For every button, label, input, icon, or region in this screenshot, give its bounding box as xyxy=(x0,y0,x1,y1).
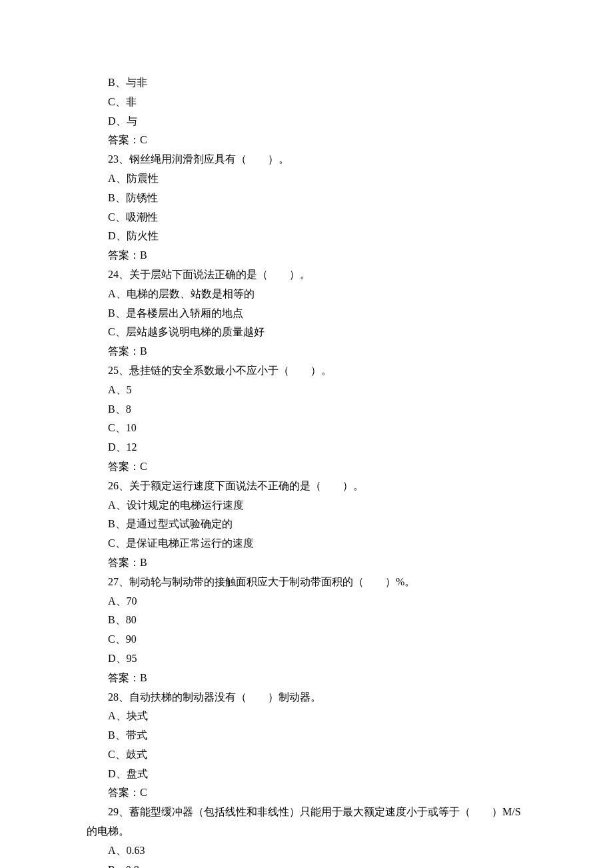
question-line: 24、关于层站下面说法正确的是（ ）。 xyxy=(87,265,526,285)
text-line: B、是各楼层出入轿厢的地点 xyxy=(87,304,526,323)
text-line: B、与非 xyxy=(87,73,526,93)
question-line: 28、自动扶梯的制动器没有（ ）制动器。 xyxy=(87,688,526,707)
document-page: B、与非 C、非 D、与 答案：C 23、钢丝绳用润滑剂应具有（ ）。 A、防震… xyxy=(0,0,613,868)
text-line: B、防锈性 xyxy=(87,189,526,208)
text-line: B、80 xyxy=(87,611,526,630)
question-line: 25、悬挂链的安全系数最小不应小于（ ）。 xyxy=(87,361,526,381)
question-line: 29、蓄能型缓冲器（包括线性和非线性）只能用于最大额定速度小于或等于（ ）M/S xyxy=(87,803,526,822)
question-line-cont: 的电梯。 xyxy=(87,822,526,841)
text-line: C、90 xyxy=(87,630,526,649)
answer-line: 答案：C xyxy=(87,131,526,150)
text-line: A、70 xyxy=(87,592,526,611)
text-line: B、带式 xyxy=(87,726,526,745)
text-line: D、95 xyxy=(87,649,526,669)
text-line: C、吸潮性 xyxy=(87,208,526,227)
text-line: A、块式 xyxy=(87,707,526,726)
answer-line: 答案：C xyxy=(87,457,526,477)
text-line: C、层站越多说明电梯的质量越好 xyxy=(87,323,526,342)
answer-line: 答案：B xyxy=(87,342,526,361)
text-line: B、0.8 xyxy=(87,861,526,868)
answer-line: 答案：C xyxy=(87,783,526,803)
question-line: 26、关于额定运行速度下面说法不正确的是（ ）。 xyxy=(87,477,526,496)
text-line: C、鼓式 xyxy=(87,745,526,765)
text-line: B、是通过型式试验确定的 xyxy=(87,515,526,534)
text-line: A、电梯的层数、站数是相等的 xyxy=(87,285,526,304)
text-line: D、防火性 xyxy=(87,227,526,246)
text-line: C、10 xyxy=(87,419,526,438)
text-line: A、设计规定的电梯运行速度 xyxy=(87,496,526,515)
text-line: D、与 xyxy=(87,112,526,131)
text-line: D、盘式 xyxy=(87,765,526,784)
answer-line: 答案：B xyxy=(87,553,526,573)
text-line: B、8 xyxy=(87,400,526,419)
question-line: 27、制动轮与制动带的接触面积应大于制动带面积的（ ）%。 xyxy=(87,573,526,592)
answer-line: 答案：B xyxy=(87,669,526,688)
text-line: C、非 xyxy=(87,93,526,112)
text-line: A、5 xyxy=(87,381,526,400)
question-line: 23、钢丝绳用润滑剂应具有（ ）。 xyxy=(87,150,526,169)
answer-line: 答案：B xyxy=(87,246,526,265)
text-line: D、12 xyxy=(87,438,526,457)
text-line: A、防震性 xyxy=(87,169,526,189)
text-line: C、是保证电梯正常运行的速度 xyxy=(87,534,526,553)
text-line: A、0.63 xyxy=(87,841,526,861)
